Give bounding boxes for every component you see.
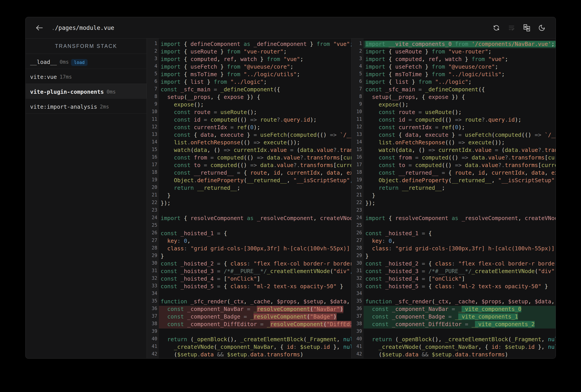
line-number: 9 bbox=[352, 101, 364, 109]
refresh-icon bbox=[493, 24, 500, 32]
code-line: const _hoisted_3 = /*#__PURE__*/_createE… bbox=[364, 268, 556, 276]
code-line: import { defineComponent as _defineCompo… bbox=[159, 41, 351, 48]
code-line: const id = computed(() => route?.query.i… bbox=[159, 116, 351, 124]
code-line: const _component_NavBar = __vite_compone… bbox=[364, 306, 556, 314]
transform-item[interactable]: vite-plugin-components 0ms bbox=[26, 84, 146, 99]
line-number: 32 bbox=[352, 276, 364, 283]
line-number: 18 bbox=[147, 170, 159, 177]
code-line: class: "grid grid-cols-[300px,3fr] h-[ca… bbox=[364, 245, 556, 253]
code-line: }); bbox=[364, 200, 556, 207]
line-number: 24 bbox=[147, 215, 159, 222]
code-right: import __vite_components_0 from '/compon… bbox=[364, 38, 556, 358]
refresh-button[interactable] bbox=[493, 24, 500, 32]
line-number: 6 bbox=[352, 78, 364, 86]
line-number: 19 bbox=[147, 177, 159, 185]
module-path-prefix: . bbox=[52, 24, 55, 31]
code-line: return __returned__; bbox=[364, 185, 556, 192]
code-line: const _hoisted_3 = /*#__PURE__*/_createE… bbox=[159, 268, 351, 276]
line-number: 20 bbox=[147, 185, 159, 192]
code-line: const _sfc_main = _defineComponent({ bbox=[159, 86, 351, 94]
code-line: import { msToTime } from "../logic/utils… bbox=[364, 71, 556, 78]
line-number: 34 bbox=[352, 291, 364, 298]
line-number: 34 bbox=[147, 291, 159, 298]
transform-item[interactable]: __load__ 0ms load bbox=[26, 54, 146, 69]
line-number: 40 bbox=[147, 336, 159, 344]
code-line: const _hoisted_4 = ["onClick"] bbox=[364, 276, 556, 283]
code-line bbox=[159, 328, 351, 336]
code-line: class: "grid grid-cols-[300px,3fr] h-[ca… bbox=[159, 245, 351, 253]
module-path: /pages/module.vue bbox=[55, 24, 114, 31]
line-number: 31 bbox=[147, 268, 159, 276]
line-number: 19 bbox=[352, 177, 364, 185]
line-number: 36 bbox=[352, 306, 364, 314]
line-number: 8 bbox=[352, 94, 364, 101]
code-line: const _component_DiffEditor = __vite_com… bbox=[364, 321, 556, 328]
plugin-name: __load__ bbox=[30, 59, 57, 65]
line-number: 21 bbox=[147, 192, 159, 200]
code-line: const _hoisted_1 = { bbox=[159, 230, 351, 238]
code-line: const _hoisted_1 = { bbox=[364, 230, 556, 238]
line-number: 9 bbox=[147, 101, 159, 109]
page-title: ./pages/module.vue bbox=[52, 24, 114, 31]
code-line: const route = useRoute(); bbox=[364, 109, 556, 116]
code-line: const to = computed(() => data.value?.tr… bbox=[159, 162, 351, 170]
line-number: 12 bbox=[147, 124, 159, 132]
inspect-window: ./pages/module.vue TRANSFORM STACK __loa… bbox=[26, 17, 556, 358]
theme-toggle-button[interactable] bbox=[538, 24, 545, 32]
code-line: const route = useRoute(); bbox=[159, 109, 351, 116]
line-wrap-button[interactable] bbox=[508, 24, 515, 32]
line-number: 13 bbox=[352, 132, 364, 139]
titlebar: ./pages/module.vue bbox=[26, 17, 556, 38]
line-number: 33 bbox=[352, 283, 364, 291]
line-number: 30 bbox=[352, 260, 364, 268]
code-line: const from = computed(() => data.value?.… bbox=[159, 154, 351, 162]
line-number: 28 bbox=[147, 245, 159, 253]
line-number: 38 bbox=[147, 321, 159, 328]
code-line: key: 0, bbox=[364, 238, 556, 245]
line-number: 31 bbox=[352, 268, 364, 276]
code-line: key: 0, bbox=[159, 238, 351, 245]
line-number: 41 bbox=[147, 344, 159, 351]
line-number: 15 bbox=[352, 147, 364, 154]
code-line: return __returned__; bbox=[159, 185, 351, 192]
code-line: }); bbox=[159, 200, 351, 207]
toolbar bbox=[493, 24, 556, 32]
line-number: 35 bbox=[352, 298, 364, 306]
code-line bbox=[159, 207, 351, 215]
code-line: const _component_Badge = _resolveCompone… bbox=[159, 314, 336, 321]
code-line: watch(data, () => currentIdx.value = (da… bbox=[159, 147, 351, 154]
line-number: 4 bbox=[352, 64, 364, 71]
code-line: const id = computed(() => route?.query.i… bbox=[364, 116, 556, 124]
code-line: _createVNode(_component_NavBar, { id: $s… bbox=[364, 344, 556, 351]
transform-item[interactable]: vite:vue 17ms bbox=[26, 69, 146, 84]
line-number: 26 bbox=[147, 230, 159, 238]
line-number: 28 bbox=[352, 245, 364, 253]
diff-pane-right[interactable]: 1234567891011121314151617181920212223242… bbox=[351, 38, 556, 358]
diff-toggle-button[interactable] bbox=[523, 24, 530, 32]
code-line: return (_openBlock(), _createElementBloc… bbox=[159, 336, 351, 344]
back-button[interactable] bbox=[35, 24, 44, 32]
line-number: 39 bbox=[352, 328, 364, 336]
line-number: 27 bbox=[147, 238, 159, 245]
line-number: 32 bbox=[147, 276, 159, 283]
code-line: const _hoisted_4 = ["onClick"] bbox=[159, 276, 351, 283]
line-number: 4 bbox=[147, 64, 159, 71]
code-line: list.onFetchResponse(() => execute()); bbox=[364, 139, 556, 147]
gutter-right: 1234567891011121314151617181920212223242… bbox=[352, 38, 364, 358]
code-line: watch(data, () => currentIdx.value = (da… bbox=[364, 147, 556, 154]
compare-panels-icon bbox=[523, 24, 530, 32]
line-number: 39 bbox=[147, 328, 159, 336]
plugin-time: 17ms bbox=[60, 74, 72, 80]
line-number: 38 bbox=[352, 321, 364, 328]
code-line: const _hoisted_5 = { class: "ml-2 text-x… bbox=[159, 283, 351, 291]
transform-item[interactable]: vite:import-analysis 2ms bbox=[26, 99, 146, 114]
line-number: 37 bbox=[147, 314, 159, 321]
code-line: setup(__props, { expose }) { bbox=[159, 94, 351, 101]
code-line: import { resolveComponent as _resolveCom… bbox=[364, 215, 556, 222]
code-line: const _component_Badge = __vite_componen… bbox=[364, 314, 556, 321]
line-number: 12 bbox=[352, 124, 364, 132]
diff-pane-left[interactable]: 1234567891011121314151617181920212223242… bbox=[147, 38, 351, 358]
code-line: const _hoisted_2 = { class: "flex flex-c… bbox=[364, 260, 556, 268]
line-number: 5 bbox=[352, 71, 364, 78]
line-number: 25 bbox=[352, 222, 364, 230]
